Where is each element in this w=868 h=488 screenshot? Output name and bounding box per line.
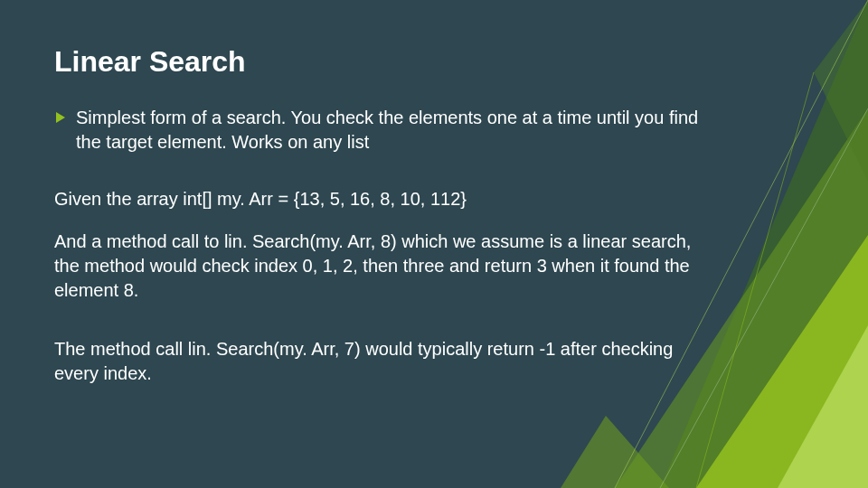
svg-marker-3 [696,235,868,488]
paragraph: Given the array int[] my. Arr = {13, 5, … [54,187,696,211]
paragraph: And a method call to lin. Search(my. Arr… [54,230,696,303]
svg-marker-5 [561,416,669,488]
bullet-text: Simplest form of a search. You check the… [76,106,718,155]
bullet-item: Simplest form of a search. You check the… [54,106,814,155]
slide-title: Linear Search [54,45,814,79]
svg-marker-4 [778,325,868,488]
svg-marker-6 [814,0,868,181]
slide: Linear Search Simplest form of a search.… [0,0,868,488]
svg-marker-0 [56,112,65,123]
play-triangle-icon [54,111,67,124]
paragraph: The method call lin. Search(my. Arr, 7) … [54,337,696,386]
